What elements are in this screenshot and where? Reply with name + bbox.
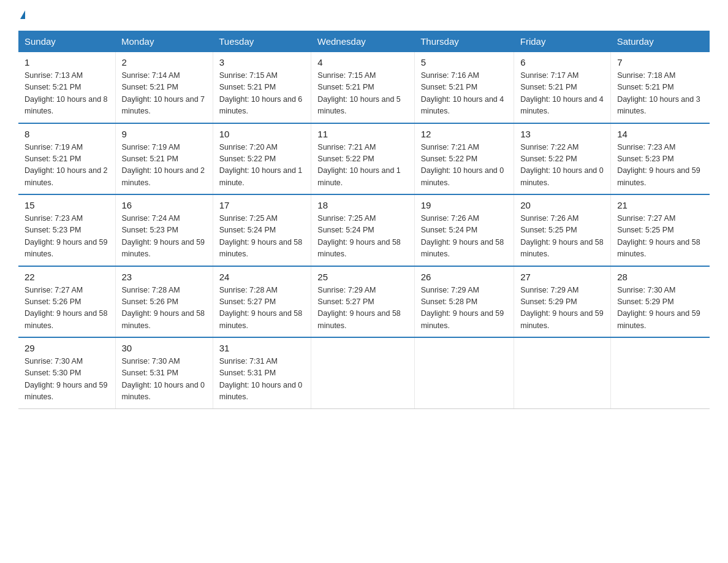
calendar-cell: 3 Sunrise: 7:15 AM Sunset: 5:21 PM Dayli…: [213, 52, 311, 123]
day-info: Sunrise: 7:27 AM Sunset: 5:26 PM Dayligh…: [25, 285, 109, 332]
calendar-week-row: 1 Sunrise: 7:13 AM Sunset: 5:21 PM Dayli…: [18, 52, 710, 123]
day-number: 28: [617, 272, 703, 282]
header-thursday: Thursday: [414, 31, 514, 52]
day-number: 26: [421, 272, 508, 282]
header-saturday: Saturday: [611, 31, 710, 52]
day-info: Sunrise: 7:29 AM Sunset: 5:28 PM Dayligh…: [421, 285, 508, 332]
day-number: 24: [219, 272, 305, 282]
day-number: 25: [317, 272, 408, 282]
day-number: 20: [520, 200, 604, 210]
day-info: Sunrise: 7:13 AM Sunset: 5:21 PM Dayligh…: [25, 70, 109, 118]
day-info: Sunrise: 7:23 AM Sunset: 5:23 PM Dayligh…: [25, 213, 109, 261]
calendar-cell: 21 Sunrise: 7:27 AM Sunset: 5:25 PM Dayl…: [611, 194, 710, 266]
day-number: 12: [421, 129, 508, 139]
calendar-cell: 18 Sunrise: 7:25 AM Sunset: 5:24 PM Dayl…: [311, 194, 414, 266]
header-friday: Friday: [514, 31, 611, 52]
header-monday: Monday: [115, 31, 213, 52]
calendar-cell: 20 Sunrise: 7:26 AM Sunset: 5:25 PM Dayl…: [514, 194, 611, 266]
day-number: 5: [421, 57, 508, 67]
calendar-cell: [414, 337, 514, 408]
calendar-cell: 27 Sunrise: 7:29 AM Sunset: 5:29 PM Dayl…: [514, 266, 611, 338]
header-wednesday: Wednesday: [311, 31, 414, 52]
day-info: Sunrise: 7:21 AM Sunset: 5:22 PM Dayligh…: [317, 142, 408, 190]
day-number: 19: [421, 200, 508, 210]
calendar-cell: 8 Sunrise: 7:19 AM Sunset: 5:21 PM Dayli…: [18, 123, 115, 195]
day-number: 14: [617, 129, 703, 139]
calendar-cell: 25 Sunrise: 7:29 AM Sunset: 5:27 PM Dayl…: [311, 266, 414, 338]
day-info: Sunrise: 7:15 AM Sunset: 5:21 PM Dayligh…: [219, 70, 305, 118]
day-info: Sunrise: 7:26 AM Sunset: 5:24 PM Dayligh…: [421, 213, 508, 261]
calendar-cell: 14 Sunrise: 7:23 AM Sunset: 5:23 PM Dayl…: [611, 123, 710, 195]
day-info: Sunrise: 7:25 AM Sunset: 5:24 PM Dayligh…: [317, 213, 408, 261]
day-info: Sunrise: 7:19 AM Sunset: 5:21 PM Dayligh…: [122, 142, 207, 190]
header-tuesday: Tuesday: [213, 31, 311, 52]
calendar-cell: [611, 337, 710, 408]
day-info: Sunrise: 7:31 AM Sunset: 5:31 PM Dayligh…: [219, 356, 305, 404]
day-number: 31: [219, 343, 305, 353]
day-info: Sunrise: 7:30 AM Sunset: 5:30 PM Dayligh…: [25, 356, 109, 404]
day-number: 3: [219, 57, 305, 67]
calendar-cell: 16 Sunrise: 7:24 AM Sunset: 5:23 PM Dayl…: [115, 194, 213, 266]
day-number: 18: [317, 200, 408, 210]
calendar-cell: 1 Sunrise: 7:13 AM Sunset: 5:21 PM Dayli…: [18, 52, 115, 123]
calendar-cell: 19 Sunrise: 7:26 AM Sunset: 5:24 PM Dayl…: [414, 194, 514, 266]
header: [18, 12, 710, 21]
calendar-cell: 10 Sunrise: 7:20 AM Sunset: 5:22 PM Dayl…: [213, 123, 311, 195]
day-info: Sunrise: 7:24 AM Sunset: 5:23 PM Dayligh…: [122, 213, 207, 261]
day-info: Sunrise: 7:18 AM Sunset: 5:21 PM Dayligh…: [617, 70, 703, 118]
day-info: Sunrise: 7:16 AM Sunset: 5:21 PM Dayligh…: [421, 70, 508, 118]
header-sunday: Sunday: [18, 31, 115, 52]
day-info: Sunrise: 7:26 AM Sunset: 5:25 PM Dayligh…: [520, 213, 604, 261]
day-info: Sunrise: 7:22 AM Sunset: 5:22 PM Dayligh…: [520, 142, 604, 190]
calendar-cell: 2 Sunrise: 7:14 AM Sunset: 5:21 PM Dayli…: [115, 52, 213, 123]
calendar-cell: 30 Sunrise: 7:30 AM Sunset: 5:31 PM Dayl…: [115, 337, 213, 408]
day-info: Sunrise: 7:23 AM Sunset: 5:23 PM Dayligh…: [617, 142, 703, 190]
calendar-week-row: 15 Sunrise: 7:23 AM Sunset: 5:23 PM Dayl…: [18, 194, 710, 266]
day-info: Sunrise: 7:21 AM Sunset: 5:22 PM Dayligh…: [421, 142, 508, 190]
day-info: Sunrise: 7:20 AM Sunset: 5:22 PM Dayligh…: [219, 142, 305, 190]
calendar-cell: 22 Sunrise: 7:27 AM Sunset: 5:26 PM Dayl…: [18, 266, 115, 338]
logo-triangle-icon: [20, 10, 25, 19]
day-info: Sunrise: 7:30 AM Sunset: 5:29 PM Dayligh…: [617, 285, 703, 332]
day-number: 22: [25, 272, 109, 282]
logo: [18, 12, 25, 21]
day-info: Sunrise: 7:28 AM Sunset: 5:27 PM Dayligh…: [219, 285, 305, 332]
day-number: 10: [219, 129, 305, 139]
calendar-cell: 28 Sunrise: 7:30 AM Sunset: 5:29 PM Dayl…: [611, 266, 710, 338]
calendar-week-row: 8 Sunrise: 7:19 AM Sunset: 5:21 PM Dayli…: [18, 123, 710, 195]
day-number: 9: [122, 129, 207, 139]
day-info: Sunrise: 7:15 AM Sunset: 5:21 PM Dayligh…: [317, 70, 408, 118]
day-number: 13: [520, 129, 604, 139]
day-number: 17: [219, 200, 305, 210]
day-info: Sunrise: 7:29 AM Sunset: 5:27 PM Dayligh…: [317, 285, 408, 332]
calendar-cell: 24 Sunrise: 7:28 AM Sunset: 5:27 PM Dayl…: [213, 266, 311, 338]
calendar-cell: 17 Sunrise: 7:25 AM Sunset: 5:24 PM Dayl…: [213, 194, 311, 266]
day-info: Sunrise: 7:25 AM Sunset: 5:24 PM Dayligh…: [219, 213, 305, 261]
day-number: 23: [122, 272, 207, 282]
calendar-cell: 7 Sunrise: 7:18 AM Sunset: 5:21 PM Dayli…: [611, 52, 710, 123]
day-number: 16: [122, 200, 207, 210]
day-number: 27: [520, 272, 604, 282]
day-info: Sunrise: 7:14 AM Sunset: 5:21 PM Dayligh…: [122, 70, 207, 118]
calendar-cell: 5 Sunrise: 7:16 AM Sunset: 5:21 PM Dayli…: [414, 52, 514, 123]
calendar-cell: 23 Sunrise: 7:28 AM Sunset: 5:26 PM Dayl…: [115, 266, 213, 338]
calendar-week-row: 22 Sunrise: 7:27 AM Sunset: 5:26 PM Dayl…: [18, 266, 710, 338]
calendar-cell: 4 Sunrise: 7:15 AM Sunset: 5:21 PM Dayli…: [311, 52, 414, 123]
day-number: 11: [317, 129, 408, 139]
day-info: Sunrise: 7:30 AM Sunset: 5:31 PM Dayligh…: [122, 356, 207, 404]
calendar-week-row: 29 Sunrise: 7:30 AM Sunset: 5:30 PM Dayl…: [18, 337, 710, 408]
day-info: Sunrise: 7:28 AM Sunset: 5:26 PM Dayligh…: [122, 285, 207, 332]
calendar-cell: 15 Sunrise: 7:23 AM Sunset: 5:23 PM Dayl…: [18, 194, 115, 266]
day-number: 8: [25, 129, 109, 139]
day-number: 15: [25, 200, 109, 210]
day-number: 2: [122, 57, 207, 67]
calendar-cell: 31 Sunrise: 7:31 AM Sunset: 5:31 PM Dayl…: [213, 337, 311, 408]
day-number: 1: [25, 57, 109, 67]
calendar-cell: 26 Sunrise: 7:29 AM Sunset: 5:28 PM Dayl…: [414, 266, 514, 338]
calendar-cell: 11 Sunrise: 7:21 AM Sunset: 5:22 PM Dayl…: [311, 123, 414, 195]
day-number: 7: [617, 57, 703, 67]
calendar-cell: 13 Sunrise: 7:22 AM Sunset: 5:22 PM Dayl…: [514, 123, 611, 195]
day-info: Sunrise: 7:27 AM Sunset: 5:25 PM Dayligh…: [617, 213, 703, 261]
day-number: 30: [122, 343, 207, 353]
calendar-header-row: SundayMondayTuesdayWednesdayThursdayFrid…: [18, 31, 710, 52]
